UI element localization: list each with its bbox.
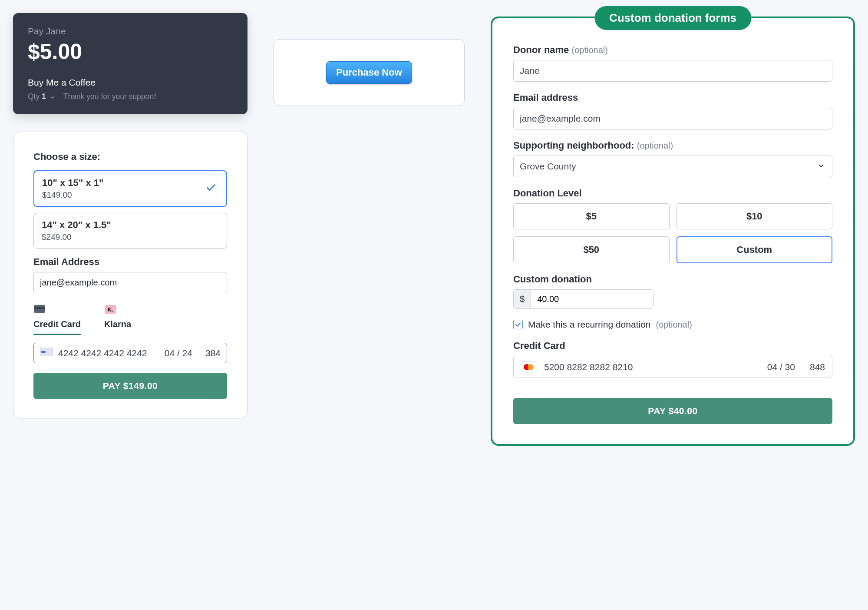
- size-option-1-title: 10" x 15" x 1": [42, 177, 218, 189]
- purchase-card: Purchase Now: [274, 39, 465, 106]
- recurring-checkbox[interactable]: [513, 320, 523, 329]
- custom-amount-input[interactable]: [531, 289, 653, 309]
- size-option-2[interactable]: 14" x 20" x 1.5" $249.00: [33, 213, 227, 249]
- tab-klarna-label: Klarna: [104, 319, 131, 329]
- chevron-down-icon[interactable]: [50, 92, 55, 101]
- email-label: Email Address: [33, 256, 227, 268]
- level-10[interactable]: $10: [677, 203, 833, 229]
- recurring-label: Make this a recurring donation: [528, 319, 651, 330]
- generic-card-icon: [40, 348, 53, 358]
- tab-credit-card[interactable]: Credit Card: [33, 305, 81, 335]
- mastercard-icon: [521, 361, 537, 372]
- neighborhood-select[interactable]: [513, 156, 832, 177]
- card-exp: 04 / 24: [165, 348, 192, 358]
- card-number: 4242 4242 4242 4242: [58, 348, 159, 358]
- email-input[interactable]: [33, 272, 227, 293]
- neighborhood-label: Supporting neighborhood: (optional): [513, 140, 832, 151]
- level-5[interactable]: $5: [513, 203, 670, 229]
- size-option-2-title: 14" x 20" x 1.5": [42, 219, 219, 231]
- donor-name-optional: (optional): [571, 45, 607, 55]
- donation-card-number: 5200 8282 8282 8210: [544, 362, 760, 372]
- donation-pay-button[interactable]: PAY $40.00: [513, 398, 832, 424]
- currency-symbol: $: [513, 289, 531, 309]
- svg-rect-5: [41, 351, 46, 353]
- level-custom[interactable]: Custom: [677, 236, 833, 263]
- choose-size-heading: Choose a size:: [33, 151, 227, 162]
- tab-klarna[interactable]: K. Klarna: [104, 305, 131, 335]
- card-cvc: 384: [205, 348, 221, 358]
- size-option-1-price: $149.00: [42, 190, 218, 200]
- card-input-row[interactable]: 4242 4242 4242 4242 04 / 24 384: [33, 343, 227, 363]
- donation-card-cvc: 848: [810, 362, 825, 372]
- svg-rect-1: [34, 307, 45, 309]
- purchase-now-button[interactable]: Purchase Now: [326, 61, 412, 84]
- recurring-optional: (optional): [656, 320, 692, 330]
- donor-name-input[interactable]: [513, 60, 832, 82]
- donation-email-input[interactable]: [513, 108, 832, 129]
- neighborhood-label-text: Supporting neighborhood:: [513, 140, 634, 151]
- size-checkout-card: Choose a size: 10" x 15" x 1" $149.00 14…: [13, 132, 248, 418]
- amount: $5.00: [28, 39, 233, 64]
- donation-level-label: Donation Level: [513, 188, 832, 199]
- qty-value: 1: [42, 92, 46, 101]
- svg-text:K.: K.: [107, 306, 113, 313]
- payee-label: Pay Jane: [28, 26, 233, 36]
- neighborhood-optional: (optional): [637, 141, 673, 150]
- donation-card-exp: 04 / 30: [767, 362, 795, 372]
- qty-label: Qty: [28, 92, 40, 101]
- size-option-2-price: $249.00: [42, 232, 219, 242]
- credit-card-icon: [33, 305, 81, 316]
- donation-form: Custom donation forms Donor name (option…: [491, 17, 855, 446]
- check-icon: [205, 182, 217, 195]
- tab-credit-card-label: Credit Card: [33, 319, 81, 329]
- pay-jane-card: Pay Jane $5.00 Buy Me a Coffee Qty 1 Tha…: [13, 13, 248, 114]
- donation-card-input[interactable]: 5200 8282 8282 8210 04 / 30 848: [513, 356, 832, 378]
- donor-name-label-text: Donor name: [513, 44, 569, 55]
- pay-button[interactable]: PAY $149.00: [33, 373, 227, 399]
- donation-badge: Custom donation forms: [594, 6, 751, 30]
- product-name: Buy Me a Coffee: [28, 77, 233, 88]
- donor-name-label: Donor name (optional): [513, 44, 832, 56]
- custom-donation-label: Custom donation: [513, 274, 832, 285]
- donation-cc-label: Credit Card: [513, 340, 832, 351]
- level-50[interactable]: $50: [513, 236, 670, 263]
- size-option-1[interactable]: 10" x 15" x 1" $149.00: [33, 170, 227, 207]
- coffee-meta: Qty 1 Thank you for your support!: [28, 92, 233, 101]
- donation-email-label: Email address: [513, 92, 832, 103]
- klarna-icon: K.: [104, 305, 131, 316]
- thanks-note: Thank you for your support!: [63, 92, 156, 101]
